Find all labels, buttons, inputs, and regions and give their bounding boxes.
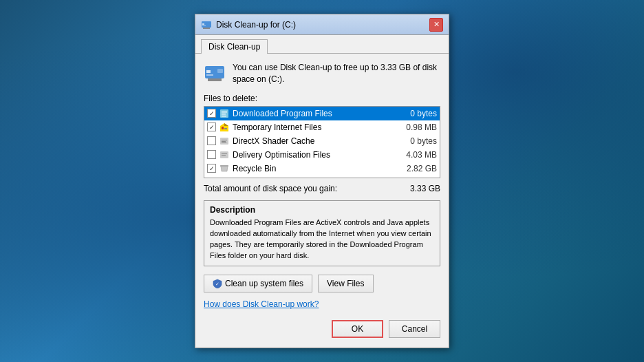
tab-disk-cleanup[interactable]: Disk Clean-up	[201, 39, 268, 54]
dialog-title: Disk Clean-up for (C:)	[216, 20, 429, 30]
svg-rect-20	[222, 142, 226, 143]
description-text: Downloaded Program Files are ActiveX con…	[210, 217, 434, 262]
ok-cancel-row: OK Cancel	[204, 316, 440, 339]
view-files-button[interactable]: View Files	[318, 275, 373, 292]
file-size-4: 2.82 GB	[407, 164, 437, 173]
description-box: Description Downloaded Program Files are…	[204, 200, 440, 266]
file-checkbox-3[interactable]	[207, 150, 216, 159]
file-list[interactable]: Downloaded Program Files 0 bytes Tempora…	[204, 106, 440, 178]
file-name-3: Delivery Optimisation Files	[233, 150, 400, 160]
action-buttons-row: ✓ Clean up system files View Files	[204, 275, 440, 292]
disk-icon	[204, 62, 226, 84]
table-row[interactable]: Recycle Bin 2.82 GB	[204, 162, 440, 175]
file-type-icon-3	[219, 149, 230, 160]
table-row[interactable]: Downloaded Program Files 0 bytes	[204, 107, 440, 120]
file-checkbox-4[interactable]	[207, 164, 216, 173]
table-row[interactable]: Temporary Internet Files 0.98 MB	[204, 120, 440, 134]
total-value: 3.33 GB	[410, 184, 440, 193]
close-button[interactable]: ✕	[429, 18, 443, 32]
disk-cleanup-dialog: Disk Clean-up for (C:) ✕ Disk Clean-up Y…	[195, 14, 449, 348]
svg-rect-6	[206, 70, 211, 73]
svg-rect-24	[220, 165, 228, 167]
table-row[interactable]: DirectX Shader Cache 0 bytes	[204, 134, 440, 148]
view-files-label: View Files	[327, 279, 364, 288]
file-size-0: 0 bytes	[410, 109, 437, 118]
file-name-0: Downloaded Program Files	[233, 109, 405, 118]
file-size-1: 0.98 MB	[406, 123, 437, 132]
svg-rect-22	[222, 153, 227, 154]
file-checkbox-2[interactable]	[207, 136, 216, 145]
file-type-icon-1	[219, 122, 230, 133]
file-type-icon-4	[219, 163, 230, 174]
clean-system-files-button[interactable]: ✓ Clean up system files	[204, 275, 312, 292]
file-name-2: DirectX Shader Cache	[233, 136, 405, 146]
svg-rect-15	[222, 127, 224, 129]
total-label: Total amount of disk space you gain:	[204, 184, 337, 193]
svg-rect-19	[222, 141, 226, 142]
svg-rect-11	[222, 114, 226, 115]
files-label: Files to delete:	[204, 94, 440, 103]
ok-button[interactable]: OK	[332, 320, 383, 338]
tab-strip: Disk Clean-up	[195, 35, 449, 54]
svg-rect-1	[203, 28, 210, 29]
file-checkbox-0[interactable]	[207, 109, 216, 118]
table-row[interactable]: Delivery Optimisation Files 4.03 MB	[204, 148, 440, 162]
how-link[interactable]: How does Disk Clean-up work?	[204, 299, 319, 309]
file-checkbox-1[interactable]	[207, 123, 216, 131]
header-section: You can use Disk Clean-up to free up to …	[204, 62, 440, 85]
file-type-icon-0	[219, 108, 230, 119]
svg-rect-10	[222, 111, 227, 113]
svg-rect-16	[224, 128, 227, 129]
title-bar-icon	[201, 19, 212, 30]
dialog-content: You can use Disk Clean-up to free up to …	[195, 54, 449, 347]
total-line: Total amount of disk space you gain: 3.3…	[204, 184, 440, 193]
shield-icon: ✓	[213, 279, 222, 288]
svg-rect-5	[208, 78, 222, 81]
svg-text:✓: ✓	[215, 281, 219, 286]
clean-system-files-label: Clean up system files	[225, 279, 303, 288]
svg-rect-23	[222, 155, 226, 156]
svg-rect-3	[202, 25, 206, 26]
cancel-button[interactable]: Cancel	[389, 320, 440, 338]
file-size-2: 0 bytes	[410, 136, 437, 146]
file-type-icon-2	[219, 136, 230, 147]
svg-rect-7	[206, 74, 213, 76]
svg-rect-12	[222, 116, 226, 117]
title-bar: Disk Clean-up for (C:) ✕	[195, 14, 449, 35]
file-size-3: 4.03 MB	[406, 150, 437, 160]
svg-rect-2	[202, 23, 204, 25]
file-name-1: Temporary Internet Files	[233, 123, 400, 132]
svg-rect-18	[222, 140, 227, 140]
file-name-4: Recycle Bin	[233, 164, 401, 173]
svg-rect-8	[217, 69, 223, 73]
header-description: You can use Disk Clean-up to free up to …	[233, 62, 440, 85]
description-heading: Description	[210, 205, 434, 215]
svg-marker-14	[224, 123, 228, 126]
